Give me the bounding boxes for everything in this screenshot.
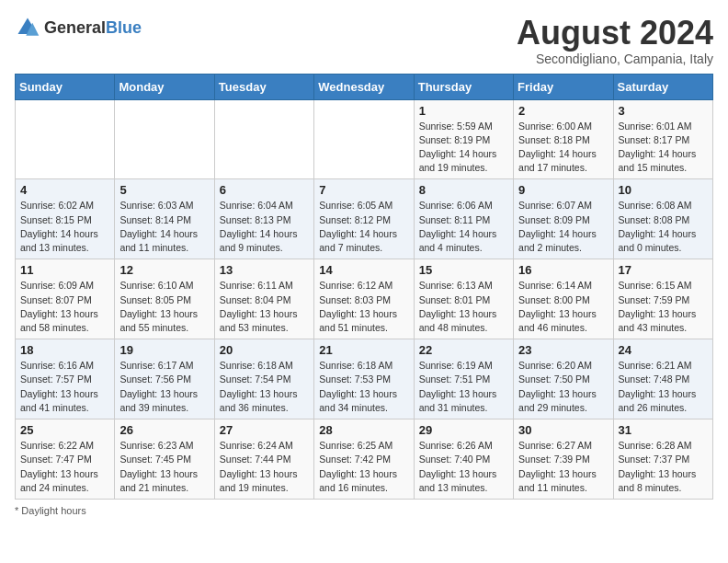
day-info: Sunrise: 6:13 AM Sunset: 8:01 PM Dayligh… <box>419 279 508 335</box>
day-number: 11 <box>20 263 109 277</box>
logo-blue-text: Blue <box>106 18 142 37</box>
day-info: Sunrise: 5:59 AM Sunset: 8:19 PM Dayligh… <box>419 120 508 176</box>
calendar-cell: 21Sunrise: 6:18 AM Sunset: 7:53 PM Dayli… <box>314 339 414 419</box>
title-area: August 2024 Secondigliano, Campania, Ita… <box>517 15 713 66</box>
day-number: 28 <box>319 423 408 437</box>
header: GeneralBlue August 2024 Secondigliano, C… <box>15 15 713 66</box>
calendar-cell: 4Sunrise: 6:02 AM Sunset: 8:15 PM Daylig… <box>16 179 115 259</box>
weekday-header-wednesday: Wednesday <box>314 74 414 99</box>
day-number: 18 <box>20 343 109 357</box>
calendar-body: 1Sunrise: 5:59 AM Sunset: 8:19 PM Daylig… <box>16 99 713 499</box>
calendar-cell: 13Sunrise: 6:11 AM Sunset: 8:04 PM Dayli… <box>214 259 313 339</box>
weekday-header-sunday: Sunday <box>16 74 115 99</box>
calendar-week-3: 11Sunrise: 6:09 AM Sunset: 8:07 PM Dayli… <box>16 259 713 339</box>
day-number: 27 <box>220 423 309 437</box>
logo: GeneralBlue <box>15 15 142 40</box>
day-info: Sunrise: 6:21 AM Sunset: 7:48 PM Dayligh… <box>619 359 708 415</box>
day-number: 13 <box>220 263 309 277</box>
day-number: 9 <box>518 183 608 197</box>
calendar-week-4: 18Sunrise: 6:16 AM Sunset: 7:57 PM Dayli… <box>16 339 713 419</box>
day-info: Sunrise: 6:14 AM Sunset: 8:00 PM Dayligh… <box>518 279 608 335</box>
calendar-cell: 11Sunrise: 6:09 AM Sunset: 8:07 PM Dayli… <box>16 259 115 339</box>
calendar-cell: 10Sunrise: 6:08 AM Sunset: 8:08 PM Dayli… <box>613 179 712 259</box>
weekday-header-row: SundayMondayTuesdayWednesdayThursdayFrid… <box>16 74 713 99</box>
day-number: 31 <box>619 423 708 437</box>
day-info: Sunrise: 6:16 AM Sunset: 7:57 PM Dayligh… <box>20 359 109 415</box>
daylight-hours-label: Daylight hours <box>21 505 85 516</box>
logo-icon <box>15 15 40 40</box>
calendar-cell: 17Sunrise: 6:15 AM Sunset: 7:59 PM Dayli… <box>613 259 712 339</box>
calendar-cell: 2Sunrise: 6:00 AM Sunset: 8:18 PM Daylig… <box>514 99 613 179</box>
calendar-cell: 1Sunrise: 5:59 AM Sunset: 8:19 PM Daylig… <box>414 99 513 179</box>
calendar-cell: 27Sunrise: 6:24 AM Sunset: 7:44 PM Dayli… <box>214 419 313 500</box>
day-info: Sunrise: 6:01 AM Sunset: 8:17 PM Dayligh… <box>619 120 708 176</box>
calendar-cell: 24Sunrise: 6:21 AM Sunset: 7:48 PM Dayli… <box>613 339 712 419</box>
day-number: 19 <box>119 343 209 357</box>
day-info: Sunrise: 6:02 AM Sunset: 8:15 PM Dayligh… <box>20 199 109 255</box>
day-number: 30 <box>518 423 608 437</box>
month-year-title: August 2024 <box>517 15 713 52</box>
day-info: Sunrise: 6:18 AM Sunset: 7:54 PM Dayligh… <box>220 359 309 415</box>
day-info: Sunrise: 6:09 AM Sunset: 8:07 PM Dayligh… <box>20 279 109 335</box>
calendar-cell: 30Sunrise: 6:27 AM Sunset: 7:39 PM Dayli… <box>514 419 613 500</box>
day-number: 5 <box>119 183 209 197</box>
calendar-cell: 25Sunrise: 6:22 AM Sunset: 7:47 PM Dayli… <box>16 419 115 500</box>
day-number: 23 <box>518 343 608 357</box>
day-info: Sunrise: 6:04 AM Sunset: 8:13 PM Dayligh… <box>220 199 309 255</box>
calendar-cell: 12Sunrise: 6:10 AM Sunset: 8:05 PM Dayli… <box>115 259 214 339</box>
day-number: 1 <box>419 104 508 118</box>
day-number: 17 <box>619 263 708 277</box>
day-info: Sunrise: 6:10 AM Sunset: 8:05 PM Dayligh… <box>119 279 209 335</box>
day-info: Sunrise: 6:12 AM Sunset: 8:03 PM Dayligh… <box>319 279 408 335</box>
calendar-cell <box>16 99 115 179</box>
day-number: 16 <box>518 263 608 277</box>
calendar-week-2: 4Sunrise: 6:02 AM Sunset: 8:15 PM Daylig… <box>16 179 713 259</box>
calendar-cell <box>314 99 414 179</box>
day-number: 22 <box>419 343 508 357</box>
calendar-header: SundayMondayTuesdayWednesdayThursdayFrid… <box>16 74 713 99</box>
calendar-cell: 19Sunrise: 6:17 AM Sunset: 7:56 PM Dayli… <box>115 339 214 419</box>
day-info: Sunrise: 6:08 AM Sunset: 8:08 PM Dayligh… <box>619 199 708 255</box>
calendar-cell: 29Sunrise: 6:26 AM Sunset: 7:40 PM Dayli… <box>414 419 513 500</box>
calendar-cell: 5Sunrise: 6:03 AM Sunset: 8:14 PM Daylig… <box>115 179 214 259</box>
day-info: Sunrise: 6:26 AM Sunset: 7:40 PM Dayligh… <box>419 439 508 495</box>
location-text: Secondigliano, Campania, Italy <box>517 52 713 66</box>
day-number: 6 <box>220 183 309 197</box>
day-number: 15 <box>419 263 508 277</box>
day-info: Sunrise: 6:06 AM Sunset: 8:11 PM Dayligh… <box>419 199 508 255</box>
day-number: 21 <box>319 343 408 357</box>
calendar-cell: 26Sunrise: 6:23 AM Sunset: 7:45 PM Dayli… <box>115 419 214 500</box>
calendar-cell: 8Sunrise: 6:06 AM Sunset: 8:11 PM Daylig… <box>414 179 513 259</box>
day-info: Sunrise: 6:24 AM Sunset: 7:44 PM Dayligh… <box>220 439 309 495</box>
calendar-week-1: 1Sunrise: 5:59 AM Sunset: 8:19 PM Daylig… <box>16 99 713 179</box>
day-info: Sunrise: 6:20 AM Sunset: 7:50 PM Dayligh… <box>518 359 608 415</box>
day-number: 29 <box>419 423 508 437</box>
weekday-header-friday: Friday <box>514 74 613 99</box>
calendar-cell <box>115 99 214 179</box>
day-info: Sunrise: 6:18 AM Sunset: 7:53 PM Dayligh… <box>319 359 408 415</box>
day-number: 25 <box>20 423 109 437</box>
calendar-cell: 22Sunrise: 6:19 AM Sunset: 7:51 PM Dayli… <box>414 339 513 419</box>
day-number: 20 <box>220 343 309 357</box>
calendar-cell: 9Sunrise: 6:07 AM Sunset: 8:09 PM Daylig… <box>514 179 613 259</box>
calendar-cell: 28Sunrise: 6:25 AM Sunset: 7:42 PM Dayli… <box>314 419 414 500</box>
calendar-cell: 31Sunrise: 6:28 AM Sunset: 7:37 PM Dayli… <box>613 419 712 500</box>
calendar-table: SundayMondayTuesdayWednesdayThursdayFrid… <box>15 74 713 500</box>
day-info: Sunrise: 6:15 AM Sunset: 7:59 PM Dayligh… <box>619 279 708 335</box>
weekday-header-tuesday: Tuesday <box>214 74 313 99</box>
calendar-cell: 20Sunrise: 6:18 AM Sunset: 7:54 PM Dayli… <box>214 339 313 419</box>
day-info: Sunrise: 6:19 AM Sunset: 7:51 PM Dayligh… <box>419 359 508 415</box>
day-number: 24 <box>619 343 708 357</box>
day-number: 10 <box>619 183 708 197</box>
calendar-week-5: 25Sunrise: 6:22 AM Sunset: 7:47 PM Dayli… <box>16 419 713 500</box>
day-number: 3 <box>619 104 708 118</box>
day-info: Sunrise: 6:00 AM Sunset: 8:18 PM Dayligh… <box>518 120 608 176</box>
calendar-cell <box>214 99 313 179</box>
day-number: 8 <box>419 183 508 197</box>
day-info: Sunrise: 6:05 AM Sunset: 8:12 PM Dayligh… <box>319 199 408 255</box>
footer-note: * Daylight hours <box>15 505 713 516</box>
day-info: Sunrise: 6:11 AM Sunset: 8:04 PM Dayligh… <box>220 279 309 335</box>
weekday-header-thursday: Thursday <box>414 74 513 99</box>
calendar-cell: 18Sunrise: 6:16 AM Sunset: 7:57 PM Dayli… <box>16 339 115 419</box>
calendar-cell: 15Sunrise: 6:13 AM Sunset: 8:01 PM Dayli… <box>414 259 513 339</box>
